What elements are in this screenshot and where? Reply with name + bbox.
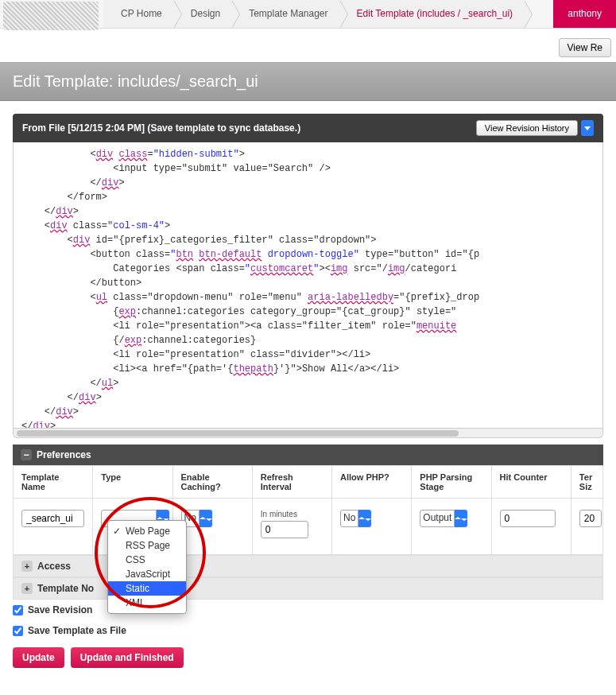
type-option-rss-page[interactable]: RSS Page [108,538,186,553]
revision-dropdown-icon[interactable] [581,120,594,136]
update-button[interactable]: Update [13,647,64,668]
save-revision-label: Save Revision [28,604,92,615]
view-revision-history-button[interactable]: View Revision History [476,120,578,136]
refresh-note: In minutes [261,510,323,518]
select-arrow-icon [358,510,371,527]
template-code-editor[interactable]: <div class="hidden-submit"> <input type=… [13,142,603,429]
template-name-input[interactable] [21,510,84,527]
crumb-cp-home[interactable]: CP Home [103,0,173,28]
expand-icon: + [21,561,33,572]
col-php-stage: PHP Parsing Stage [412,466,491,499]
allow-php-select[interactable]: No [340,510,371,527]
editor-horizontal-scrollbar[interactable] [13,429,603,438]
scrollbar-thumb[interactable] [17,430,459,437]
site-logo [3,2,99,30]
type-option-javascript[interactable]: JavaScript [108,567,186,581]
save-revision-checkbox[interactable] [13,605,23,615]
breadcrumb-bar: CP Home Design Template Manager Edit Tem… [0,0,616,29]
col-refresh-interval: Refresh Interval [252,466,331,499]
type-option-web-page[interactable]: Web Page [108,524,186,538]
save-as-file-label: Save Template as File [28,625,126,636]
col-type: Type [93,466,172,499]
col-ter-size: Ter Siz [571,466,602,499]
crumb-template-manager[interactable]: Template Manager [231,0,339,28]
preferences-section-header[interactable]: − Preferences [13,445,603,465]
expand-icon: + [21,583,33,594]
crumb-design[interactable]: Design [173,0,231,28]
user-menu[interactable]: anthony [553,0,616,28]
php-stage-select[interactable]: Output [420,510,467,527]
select-arrow-icon [455,510,467,527]
type-option-static[interactable]: Static [108,581,186,596]
update-and-finished-button[interactable]: Update and Finished [71,647,184,668]
access-label: Access [37,561,71,572]
col-template-name: Template Name [14,466,93,499]
col-enable-caching: Enable Caching? [172,466,252,499]
type-option-css[interactable]: CSS [108,553,186,567]
type-option-xml[interactable]: XML [108,596,186,610]
col-allow-php: Allow PHP? [332,466,412,499]
template-file-status: From File [5/12/15 2:04 PM] (Save templa… [13,114,603,142]
type-dropdown-menu: Web Page RSS Page CSS JavaScript Static … [107,520,187,614]
collapse-icon: − [21,449,32,460]
select-arrow-icon [200,510,212,527]
template-notes-section-header[interactable]: + Template No [13,577,603,600]
preferences-label: Preferences [37,449,91,460]
ter-size-input[interactable] [579,510,602,527]
template-notes-label: Template No [37,583,94,594]
access-section-header[interactable]: + Access [13,555,603,577]
file-status-text: From File [5/12/15 2:04 PM] (Save templa… [22,122,300,134]
col-hit-counter: Hit Counter [491,466,571,499]
view-re-button[interactable]: View Re [559,38,611,57]
hit-counter-input[interactable] [500,510,556,527]
preferences-table: Template Name Type Enable Caching? Refre… [13,465,603,555]
page-title: Edit Template: includes/_search_ui [0,62,616,101]
save-as-file-checkbox[interactable] [13,626,23,636]
crumb-edit-template[interactable]: Edit Template (includes / _search_ui) [339,0,525,28]
refresh-interval-input[interactable] [261,521,308,538]
